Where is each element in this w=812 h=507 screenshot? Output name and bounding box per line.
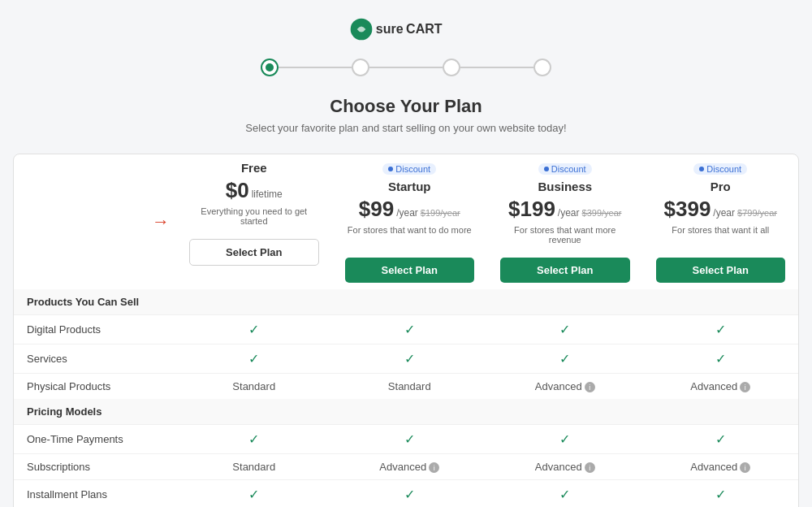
step-4 xyxy=(533,58,551,76)
feature-label-0-0: Digital Products xyxy=(14,323,176,336)
business-discount-badge: Discount xyxy=(538,163,592,175)
heading-area: Choose Your Plan Select your favorite pl… xyxy=(13,96,799,134)
plan-free-period: lifetime xyxy=(252,188,283,200)
section-header-0: Products You Can Sell xyxy=(14,289,798,314)
feature-row-0-0: Digital Products✓✓✓✓ xyxy=(14,314,798,344)
feature-cell-1-1-1: Advancedi xyxy=(332,461,488,473)
plan-startup-price: $99 xyxy=(359,197,394,222)
startup-badge-dot xyxy=(388,167,393,171)
plan-free-price-row: $0 lifetime xyxy=(189,178,319,203)
plan-business-name: Business xyxy=(500,180,630,193)
feature-row-1-0: One-Time Payments✓✓✓✓ xyxy=(14,424,798,453)
info-icon[interactable]: i xyxy=(585,462,595,473)
check-icon: ✓ xyxy=(248,488,259,501)
step-2 xyxy=(352,58,369,76)
plan-business-price-row: $199 /year $399/year xyxy=(500,197,630,222)
feature-cell-0-0-1: ✓ xyxy=(332,322,488,337)
select-plan-pro-button[interactable]: Select Plan xyxy=(656,258,786,283)
steps-bar xyxy=(13,58,799,76)
feature-cell-0-1-3: ✓ xyxy=(643,351,799,366)
plan-pro-name: Pro xyxy=(656,180,786,193)
plan-free-desc: Everything you need to get started xyxy=(189,206,319,231)
plan-header-row: → Free $0 lifetime Everything you need t… xyxy=(14,154,798,289)
feature-row-0-2: Physical ProductsStandardStandardAdvance… xyxy=(14,373,798,399)
feature-label-1-1: Subscriptions xyxy=(14,461,176,473)
plan-startup-period: /year xyxy=(396,207,418,219)
feature-cell-1-1-3: Advancedi xyxy=(643,461,799,473)
plan-pro-price: $399 xyxy=(664,197,711,222)
feature-label-0-1: Services xyxy=(14,353,176,365)
check-icon: ✓ xyxy=(404,323,415,336)
feature-cell-1-2-1: ✓ xyxy=(332,487,488,502)
pricing-table: → Free $0 lifetime Everything you need t… xyxy=(13,154,799,507)
business-badge-label: Discount xyxy=(551,164,586,174)
select-plan-free-button[interactable]: Select Plan xyxy=(189,239,319,266)
startup-discount-badge: Discount xyxy=(382,163,436,175)
plan-startup-name: Startup xyxy=(345,180,475,193)
select-plan-startup-button[interactable]: Select Plan xyxy=(345,258,475,283)
feature-row-1-2: Installment Plans✓✓✓✓ xyxy=(14,479,798,507)
feature-cell-1-0-1: ✓ xyxy=(332,431,488,447)
check-icon: ✓ xyxy=(559,352,570,366)
feature-cell-1-2-2: ✓ xyxy=(487,487,643,502)
step-3 xyxy=(443,58,460,76)
info-icon[interactable]: i xyxy=(740,382,750,392)
plan-pro-price-row: $399 /year $799/year xyxy=(656,197,786,222)
info-icon[interactable]: i xyxy=(585,382,595,392)
check-icon: ✓ xyxy=(248,323,259,336)
info-icon[interactable]: i xyxy=(429,462,439,473)
pro-badge-label: Discount xyxy=(706,164,741,174)
feature-cell-1-0-3: ✓ xyxy=(643,431,799,447)
check-icon: ✓ xyxy=(559,432,570,446)
plan-startup-desc: For stores that want to do more xyxy=(345,225,475,249)
section-header-1: Pricing Models xyxy=(14,399,798,424)
business-badge-dot xyxy=(544,167,549,171)
check-icon: ✓ xyxy=(559,488,570,501)
feature-label-1-2: Installment Plans xyxy=(14,488,176,500)
feature-cell-0-0-2: ✓ xyxy=(487,322,643,337)
plan-business-original: $399/year xyxy=(582,208,622,218)
feature-cell-0-1-2: ✓ xyxy=(487,351,643,366)
plan-free-price: $0 xyxy=(226,178,249,203)
plan-pro-period: /year xyxy=(713,207,735,219)
feature-row-0-1: Services✓✓✓✓ xyxy=(14,344,798,373)
pro-badge-dot xyxy=(699,167,704,171)
check-icon: ✓ xyxy=(715,488,726,501)
feature-cell-0-2-0: Standard xyxy=(176,380,332,392)
plan-startup-original: $199/year xyxy=(421,208,460,218)
info-icon[interactable]: i xyxy=(740,462,750,473)
feature-cell-1-2-0: ✓ xyxy=(176,487,332,502)
plan-business-period: /year xyxy=(558,207,580,219)
plan-pro-desc: For stores that want it all xyxy=(656,225,786,249)
plan-business: Discount Business $199 /year $399/year F… xyxy=(487,154,643,289)
plan-business-desc: For stores that want more revenue xyxy=(500,225,630,249)
section-title-1: Pricing Models xyxy=(27,405,785,418)
check-icon: ✓ xyxy=(248,432,259,446)
section-title-0: Products You Can Sell xyxy=(27,296,785,308)
check-icon: ✓ xyxy=(715,352,726,366)
select-arrow-icon: → xyxy=(152,213,170,231)
startup-badge-label: Discount xyxy=(395,164,430,174)
feature-label-0-2: Physical Products xyxy=(14,380,176,392)
check-icon: ✓ xyxy=(715,432,726,446)
feature-sections: Products You Can SellDigital Products✓✓✓… xyxy=(14,289,798,507)
logo-area: sure CART xyxy=(13,16,799,42)
check-icon: ✓ xyxy=(559,323,570,336)
feature-cell-0-1-1: ✓ xyxy=(332,351,488,366)
check-icon: ✓ xyxy=(404,488,415,501)
page-subtitle: Select your favorite plan and start sell… xyxy=(13,122,799,134)
feature-cell-0-2-2: Advancedi xyxy=(487,380,643,392)
page-title: Choose Your Plan xyxy=(13,96,799,117)
plan-pro: Discount Pro $399 /year $799/year For st… xyxy=(643,154,799,289)
step-1 xyxy=(261,58,279,76)
step-line-3 xyxy=(460,67,533,68)
feature-cell-1-0-2: ✓ xyxy=(487,431,643,447)
check-icon: ✓ xyxy=(248,352,259,366)
plan-free: Free $0 lifetime Everything you need to … xyxy=(176,154,332,289)
feature-cell-1-1-2: Advancedi xyxy=(487,461,643,473)
feature-cell-0-0-3: ✓ xyxy=(643,322,799,337)
pro-discount-badge: Discount xyxy=(693,163,747,175)
check-icon: ✓ xyxy=(404,432,415,446)
plan-pro-original: $799/year xyxy=(737,208,777,218)
select-plan-business-button[interactable]: Select Plan xyxy=(500,258,630,283)
